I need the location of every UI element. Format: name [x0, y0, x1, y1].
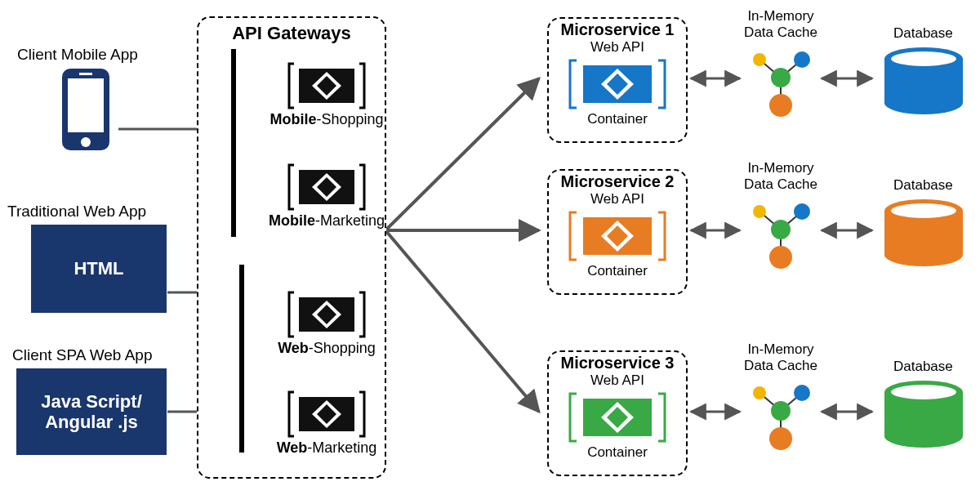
svg-rect-17: [68, 78, 104, 132]
microservice-3-box: Microservice 3 Web API Container: [547, 350, 688, 476]
client-mobile-label: Client Mobile App: [17, 46, 138, 64]
svg-point-67: [771, 401, 791, 421]
microservice-1-box: Microservice 1 Web API Container: [547, 17, 688, 143]
ms-title: Microservice 3: [549, 354, 686, 372]
svg-point-69: [794, 385, 810, 401]
svg-line-9: [385, 230, 539, 412]
container-icon: [287, 62, 366, 109]
svg-point-51: [884, 91, 963, 114]
container-icon: [568, 209, 666, 263]
cache-icon: [742, 45, 820, 118]
gateway-caption: Mobile-Shopping: [265, 111, 388, 128]
gateway-item-mobile-shopping: Mobile-Shopping: [287, 62, 388, 128]
gateway-item-mobile-marketing: Mobile-Marketing: [287, 163, 392, 230]
db-label: Database: [893, 25, 953, 42]
container-icon: [287, 291, 366, 338]
container-icon: [287, 390, 366, 438]
ms-api: Web API: [549, 39, 686, 56]
gateway-item-web-marketing: Web-Marketing: [287, 390, 388, 457]
gateway-top-bar: [231, 49, 236, 237]
svg-point-46: [753, 53, 766, 66]
container-icon: [568, 390, 666, 444]
api-gateways-title: API Gateways: [198, 23, 385, 44]
container-icon: [287, 163, 366, 211]
container-icon: [568, 57, 666, 111]
db-label: Database: [893, 177, 953, 194]
svg-rect-19: [79, 73, 92, 75]
cache-icon: [742, 378, 820, 452]
svg-point-70: [769, 427, 792, 450]
svg-point-63: [891, 203, 956, 218]
phone-icon: [57, 67, 114, 154]
svg-point-59: [769, 246, 792, 269]
svg-point-56: [771, 220, 791, 239]
svg-line-7: [385, 78, 539, 230]
spa-line2: Angular .js: [45, 412, 138, 432]
svg-point-18: [81, 137, 91, 147]
database-icon: [879, 198, 969, 270]
svg-point-73: [884, 425, 963, 448]
gateway-item-web-shopping: Web-Shopping: [287, 291, 388, 357]
gateway-caption: Web-Shopping: [265, 340, 388, 357]
cache-icon: [742, 197, 820, 270]
svg-point-57: [753, 205, 766, 218]
cache-label: In-MemoryData Cache: [742, 8, 820, 41]
spa-box: Java Script/ Angular .js: [16, 368, 167, 455]
db-label: Database: [893, 359, 953, 375]
svg-point-74: [891, 385, 956, 399]
gateway-caption: Web-Marketing: [265, 439, 388, 457]
ms-api: Web API: [549, 191, 686, 207]
svg-point-62: [884, 243, 963, 266]
microservice-2-box: Microservice 2 Web API Container: [547, 169, 688, 295]
svg-point-52: [891, 51, 956, 66]
ms-container: Container: [549, 111, 686, 127]
cache-label: In-MemoryData Cache: [742, 160, 820, 193]
gateway-bottom-bar: [239, 265, 244, 453]
client-web-label: Traditional Web App: [7, 203, 146, 221]
client-spa-label: Client SPA Web App: [12, 346, 152, 364]
ms-api: Web API: [549, 372, 686, 389]
ms-container: Container: [549, 444, 686, 461]
svg-point-47: [794, 51, 810, 68]
gateway-caption: Mobile-Marketing: [261, 212, 392, 230]
database-icon: [879, 379, 969, 451]
cache-label: In-MemoryData Cache: [742, 341, 820, 374]
spa-line1: Java Script/: [41, 391, 142, 412]
svg-point-48: [769, 94, 792, 117]
svg-point-45: [771, 68, 791, 87]
ms-container: Container: [549, 263, 686, 279]
svg-point-58: [794, 203, 810, 220]
svg-point-68: [753, 386, 766, 399]
ms-title: Microservice 2: [549, 172, 686, 191]
database-icon: [879, 46, 969, 118]
ms-title: Microservice 1: [549, 20, 686, 39]
html-box: HTML: [31, 225, 167, 313]
html-box-text: HTML: [74, 258, 123, 279]
